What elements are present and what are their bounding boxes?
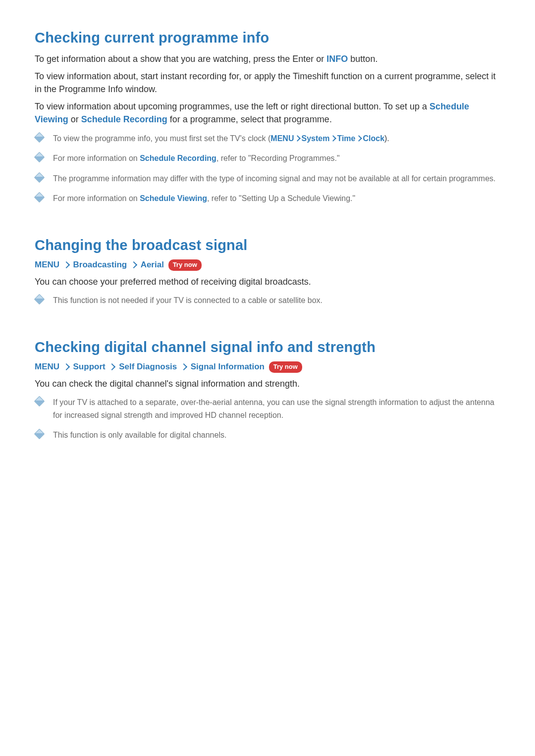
schedule-recording-link[interactable]: Schedule Recording bbox=[81, 114, 167, 124]
section2-notes: This function is not needed if your TV i… bbox=[35, 294, 500, 307]
section3-menu-path: MENU Support Self Diagnosis Signal Infor… bbox=[35, 360, 500, 373]
section1-para3: To view information about upcoming progr… bbox=[35, 100, 500, 126]
note-item: If your TV is attached to a separate, ov… bbox=[35, 396, 500, 421]
clock-link[interactable]: Clock bbox=[363, 134, 384, 143]
section1-title: Checking current programme info bbox=[35, 27, 500, 48]
pencil-icon bbox=[35, 397, 43, 404]
text: If your TV is attached to a separate, ov… bbox=[53, 398, 494, 419]
chevron-right-icon bbox=[356, 135, 363, 142]
text: , refer to "Setting Up a Schedule Viewin… bbox=[207, 194, 355, 202]
note-item: To view the programme info, you must fir… bbox=[35, 132, 500, 145]
text: This function is not needed if your TV i… bbox=[53, 296, 322, 304]
section2-title: Changing the broadcast signal bbox=[35, 235, 500, 255]
info-button-ref[interactable]: INFO bbox=[326, 54, 348, 64]
text: , refer to "Recording Programmes." bbox=[216, 154, 340, 162]
text: button. bbox=[348, 54, 377, 64]
manual-page: Checking current programme info To get i… bbox=[0, 0, 535, 442]
text: To view the programme info, you must fir… bbox=[53, 134, 270, 143]
note-item: This function is not needed if your TV i… bbox=[35, 294, 500, 307]
chevron-right-icon bbox=[130, 261, 137, 268]
text: The programme information may differ wit… bbox=[53, 174, 495, 183]
schedule-recording-link[interactable]: Schedule Recording bbox=[140, 154, 216, 162]
chevron-right-icon bbox=[63, 261, 70, 268]
section3-notes: If your TV is attached to a separate, ov… bbox=[35, 396, 500, 442]
section1-para2: To view information about, start instant… bbox=[35, 70, 500, 96]
section2-desc: You can choose your preferred method of … bbox=[35, 275, 500, 288]
aerial-link[interactable]: Aerial bbox=[141, 260, 164, 269]
text: For more information on bbox=[53, 154, 140, 162]
pencil-icon bbox=[35, 295, 43, 302]
pencil-icon bbox=[35, 193, 43, 201]
chevron-right-icon bbox=[330, 135, 337, 142]
text: This function is only available for digi… bbox=[53, 431, 226, 439]
chevron-right-icon bbox=[108, 363, 115, 370]
try-now-button[interactable]: Try now bbox=[269, 361, 302, 373]
note-item: This function is only available for digi… bbox=[35, 429, 500, 442]
pencil-icon bbox=[35, 152, 43, 160]
section1-para1: To get information about a show that you… bbox=[35, 52, 500, 65]
section2-menu-path: MENU Broadcasting Aerial Try now bbox=[35, 258, 500, 271]
note-item: The programme information may differ wit… bbox=[35, 172, 500, 185]
menu-link[interactable]: MENU bbox=[35, 362, 59, 371]
schedule-viewing-link[interactable]: Schedule Viewing bbox=[140, 194, 207, 202]
try-now-button[interactable]: Try now bbox=[168, 259, 202, 271]
time-link[interactable]: Time bbox=[337, 134, 355, 143]
pencil-icon bbox=[35, 133, 43, 141]
section3-desc: You can check the digital channel's sign… bbox=[35, 377, 500, 390]
menu-link[interactable]: MENU bbox=[35, 260, 59, 269]
pencil-icon bbox=[35, 173, 43, 181]
signal-information-link[interactable]: Signal Information bbox=[191, 362, 265, 371]
note-item: For more information on Schedule Recordi… bbox=[35, 152, 500, 165]
menu-link[interactable]: MENU bbox=[270, 134, 294, 143]
text: or bbox=[68, 114, 81, 124]
section3-title: Checking digital channel signal info and… bbox=[35, 337, 500, 357]
text: For more information on bbox=[53, 194, 140, 202]
note-item: For more information on Schedule Viewing… bbox=[35, 192, 500, 205]
chevron-right-icon bbox=[63, 363, 70, 370]
section1-notes: To view the programme info, you must fir… bbox=[35, 132, 500, 205]
chevron-right-icon bbox=[180, 363, 187, 370]
text: To view information about upcoming progr… bbox=[35, 101, 429, 111]
text: for a programme, select that programme. bbox=[167, 114, 332, 124]
chevron-right-icon bbox=[295, 135, 301, 142]
broadcasting-link[interactable]: Broadcasting bbox=[73, 260, 127, 269]
pencil-icon bbox=[35, 429, 43, 437]
text: ). bbox=[384, 134, 389, 143]
self-diagnosis-link[interactable]: Self Diagnosis bbox=[119, 362, 177, 371]
system-link[interactable]: System bbox=[301, 134, 329, 143]
support-link[interactable]: Support bbox=[73, 362, 106, 371]
text: To get information about a show that you… bbox=[35, 54, 326, 64]
